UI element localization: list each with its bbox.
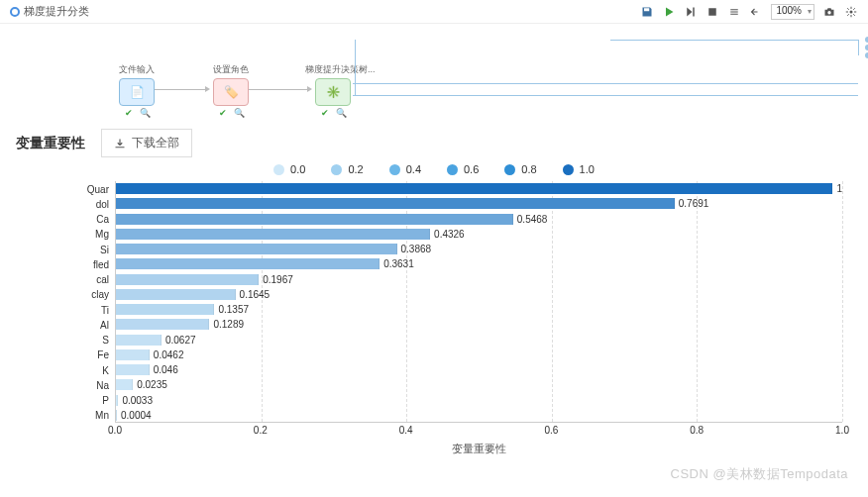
bar[interactable] — [116, 229, 430, 240]
bar[interactable] — [116, 258, 380, 269]
legend-label: 0.0 — [290, 163, 305, 175]
bar[interactable] — [116, 244, 397, 254]
bar[interactable] — [116, 274, 259, 285]
title-text: 梯度提升分类 — [24, 4, 89, 19]
camera-icon[interactable] — [822, 5, 836, 19]
status-ok-icon: ✔ — [124, 108, 134, 118]
bar[interactable] — [116, 214, 513, 225]
bar[interactable] — [116, 289, 236, 300]
bar[interactable] — [116, 198, 675, 209]
play-icon[interactable] — [662, 5, 676, 19]
bar-row: 0.0462 — [116, 349, 842, 360]
panel-title: 变量重要性 — [16, 135, 85, 152]
toolbar: 100%▾ — [640, 4, 858, 20]
topbar: 梯度提升分类 100%▾ — [0, 0, 868, 24]
bar-value-label: 0.1357 — [218, 304, 249, 315]
x-tick: 0.6 — [544, 425, 558, 436]
legend-label: 0.2 — [348, 163, 363, 175]
bar-value-label: 1 — [836, 183, 842, 194]
watermark: CSDN @美林数据Tempodata — [671, 465, 848, 483]
magnify-icon[interactable]: 🔍 — [234, 108, 244, 118]
bar[interactable] — [116, 335, 162, 346]
node-file-input[interactable]: 文件输入 📄 ✔🔍 — [109, 63, 164, 118]
step-icon[interactable] — [684, 5, 698, 19]
bar-row: 0.3868 — [116, 244, 842, 254]
magnify-icon[interactable]: 🔍 — [140, 108, 150, 118]
feature-importance-chart: QuardolCaMgSifledcalclayTiAlSFeKNaPMn 10… — [75, 181, 842, 458]
bar[interactable] — [116, 349, 150, 360]
bar[interactable] — [116, 319, 209, 330]
x-tick: 0.2 — [254, 425, 268, 436]
color-legend: 0.00.20.40.60.81.0 — [16, 163, 852, 175]
legend-item: 0.2 — [331, 163, 363, 175]
status-ok-icon: ✔ — [320, 108, 330, 118]
bar-value-label: 0.1289 — [213, 319, 244, 330]
y-tick: S — [102, 335, 109, 346]
legend-item: 0.0 — [273, 163, 305, 175]
result-panel: 变量重要性 下载全部 0.00.20.40.60.81.0 QuardolCaM… — [0, 123, 868, 458]
stop-icon[interactable] — [705, 5, 719, 19]
node-gbdt[interactable]: 梯度提升决策树... ✳️ ✔🔍 — [305, 63, 361, 118]
undo-icon[interactable] — [749, 5, 763, 19]
flow-canvas[interactable]: 文件输入 📄 ✔🔍 设置角色 🏷️ ✔🔍 梯度提升决策树... ✳️ ✔🔍 — [0, 24, 868, 123]
zoom-select[interactable]: 100%▾ — [771, 4, 814, 20]
download-icon — [114, 138, 126, 149]
history-icon[interactable] — [727, 5, 741, 19]
bar-row: 1 — [116, 183, 842, 194]
y-tick: Na — [96, 379, 109, 390]
app-icon — [10, 7, 20, 17]
tree-icon: ✳️ — [326, 85, 341, 99]
bar-value-label: 0.4326 — [434, 229, 465, 240]
bar-row: 0.0033 — [116, 395, 842, 406]
bar[interactable] — [116, 183, 832, 194]
download-all-button[interactable]: 下载全部 — [101, 129, 192, 157]
magnify-icon[interactable]: 🔍 — [336, 108, 346, 118]
edge-2 — [249, 89, 308, 90]
bar-value-label: 0.046 — [154, 364, 178, 375]
bar-row: 0.1357 — [116, 304, 842, 315]
bar-value-label: 0.0004 — [121, 410, 152, 421]
x-tick: 0.8 — [690, 425, 704, 436]
gear-icon[interactable] — [844, 5, 858, 19]
bar-value-label: 0.1645 — [240, 289, 271, 300]
bar-row: 0.3631 — [116, 258, 842, 269]
edge-1 — [155, 89, 206, 90]
legend-label: 0.6 — [464, 163, 479, 175]
bar-value-label: 0.0235 — [137, 379, 167, 390]
y-tick: Ti — [101, 304, 109, 315]
x-tick: 0.4 — [399, 425, 413, 436]
y-tick: Si — [100, 244, 109, 254]
legend-swatch — [273, 164, 284, 175]
legend-item: 0.6 — [447, 163, 479, 175]
bar-value-label: 0.0033 — [122, 395, 153, 406]
legend-swatch — [389, 164, 400, 175]
bar-value-label: 0.5468 — [517, 214, 548, 225]
x-axis-title: 变量重要性 — [115, 442, 842, 456]
bar-value-label: 0.0627 — [165, 335, 196, 346]
y-tick: fled — [93, 258, 109, 269]
node-set-role[interactable]: 设置角色 🏷️ ✔🔍 — [203, 63, 259, 118]
y-tick: Al — [100, 319, 109, 330]
bar-value-label: 0.3631 — [383, 258, 414, 269]
legend-swatch — [447, 164, 458, 175]
bar[interactable] — [116, 364, 150, 375]
bar-row: 0.5468 — [116, 214, 842, 225]
y-tick: Fe — [97, 349, 109, 360]
file-icon: 📄 — [130, 85, 145, 99]
bar-row: 0.046 — [116, 364, 842, 375]
y-tick: Mn — [95, 410, 109, 421]
svg-point-2 — [850, 10, 853, 13]
y-tick: dol — [96, 198, 109, 209]
legend-label: 0.4 — [406, 163, 421, 175]
bar-value-label: 0.0462 — [154, 349, 184, 360]
bar[interactable] — [116, 410, 117, 421]
bar[interactable] — [116, 379, 133, 390]
role-icon: 🏷️ — [224, 85, 239, 99]
legend-swatch — [331, 164, 342, 175]
x-tick: 1.0 — [835, 425, 849, 436]
bar[interactable] — [116, 395, 118, 406]
bar-row: 0.1645 — [116, 289, 842, 300]
y-tick: cal — [96, 274, 109, 285]
bar[interactable] — [116, 304, 214, 315]
save-icon[interactable] — [640, 5, 654, 19]
